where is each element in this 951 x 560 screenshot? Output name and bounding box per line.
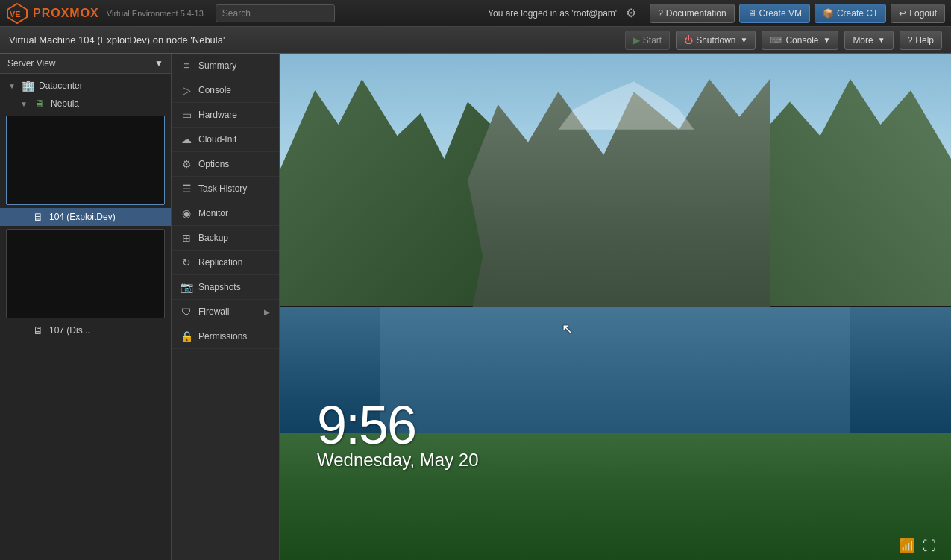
menu-item-summary[interactable]: ≡ Summary	[172, 54, 279, 78]
clock-time: 9:56	[317, 394, 479, 456]
terminal-icon: ⌨	[770, 35, 782, 45]
tree-expand-icon: ▼	[7, 82, 16, 90]
time-display: 9:56 Wednesday, May 20	[317, 394, 479, 471]
task-history-icon: ☰	[181, 183, 192, 195]
replication-icon: ↻	[181, 257, 192, 268]
search-input[interactable]	[216, 4, 335, 22]
landscape-background	[280, 54, 951, 560]
tree-item-vm-107[interactable]: 🖥 107 (Dis...	[0, 321, 171, 339]
windows-bottom-icons: 📶 ⛶	[899, 538, 936, 554]
sidebar: Server View ▼ ▼ 🏢 Datacenter ▼ 🖥 Nebula	[0, 54, 172, 560]
logout-button[interactable]: ↩ Logout	[891, 4, 945, 23]
tree-item-datacenter[interactable]: ▼ 🏢 Datacenter	[0, 77, 171, 95]
main-area: Server View ▼ ▼ 🏢 Datacenter ▼ 🖥 Nebula	[0, 54, 951, 560]
menu-item-task-history[interactable]: ☰ Task History	[172, 177, 279, 201]
network-icon[interactable]: 📶	[899, 538, 915, 554]
vm-107-thumb-display	[7, 230, 164, 318]
vm-107-icon: 🖥	[31, 324, 45, 336]
console-button[interactable]: ⌨ Console ▼	[762, 31, 838, 50]
shutdown-chevron: ▼	[741, 36, 748, 44]
mountains-far	[280, 79, 951, 333]
menu-item-replication[interactable]: ↻ Replication	[172, 251, 279, 275]
create-ct-button[interactable]: 📦 Create CT	[815, 4, 886, 23]
docs-icon: ?	[658, 8, 663, 19]
more-chevron: ▼	[878, 36, 885, 44]
middle-menu: ≡ Summary ▷ Console ▭ Hardware ☁ Cloud-I…	[172, 54, 280, 560]
menu-item-hardware[interactable]: ▭ Hardware	[172, 103, 279, 128]
start-button[interactable]: ▶ Start	[625, 31, 670, 50]
clock-date: Wednesday, May 20	[317, 450, 479, 471]
more-button[interactable]: More ▼	[844, 31, 893, 50]
firewall-icon: 🛡	[181, 306, 192, 318]
topbar-buttons: ? Documentation 🖥 Create VM 📦 Create CT …	[650, 4, 945, 23]
expand-icon[interactable]: ⛶	[923, 538, 936, 554]
menu-item-console[interactable]: ▷ Console	[172, 78, 279, 103]
vm-104-thumb	[6, 116, 165, 205]
menu-item-monitor[interactable]: ◉ Monitor	[172, 201, 279, 226]
proxmox-logo-icon: VE	[6, 2, 28, 25]
menu-item-firewall[interactable]: 🛡 Firewall ▶	[172, 300, 279, 324]
desktop-icon: 🖥	[747, 8, 756, 19]
monitor-icon: ◉	[181, 207, 192, 219]
logout-icon: ↩	[899, 8, 906, 19]
help-icon: ?	[908, 35, 913, 45]
tree-item-nebula[interactable]: ▼ 🖥 Nebula	[0, 95, 171, 113]
cloud-icon: ☁	[181, 133, 192, 145]
second-bar: Virtual Machine 104 (ExploitDev) on node…	[0, 27, 951, 54]
vm-icon: 🖥	[31, 211, 45, 223]
gear-icon[interactable]: ⚙	[626, 6, 636, 20]
snapshots-icon: 📷	[181, 281, 192, 293]
backup-icon: ⊞	[181, 232, 192, 244]
vm-107-thumb	[6, 229, 165, 318]
menu-item-snapshots[interactable]: 📷 Snapshots	[172, 275, 279, 300]
top-bar: VE PROXMOX Virtual Environment 5.4-13 Yo…	[0, 0, 951, 27]
nebula-expand-icon: ▼	[19, 100, 28, 108]
datacenter-icon: 🏢	[21, 80, 34, 92]
shutdown-button[interactable]: ⏻ Shutdown ▼	[676, 31, 756, 50]
mountains-right	[750, 79, 951, 307]
menu-item-permissions[interactable]: 🔒 Permissions	[172, 324, 279, 349]
options-icon: ⚙	[181, 158, 192, 170]
user-info-text: You are logged in as 'root@pam'	[488, 8, 617, 19]
console-menu-icon: ▷	[181, 84, 192, 96]
menu-item-backup[interactable]: ⊞ Backup	[172, 226, 279, 251]
hardware-icon: ▭	[181, 109, 192, 121]
menu-item-options[interactable]: ⚙ Options	[172, 152, 279, 177]
header-chevron: ▼	[154, 58, 163, 69]
app-version: Virtual Environment 5.4-13	[107, 9, 204, 18]
vm-title: Virtual Machine 104 (ExploitDev) on node…	[9, 34, 619, 45]
play-icon: ▶	[633, 35, 640, 45]
tree-item-vm-104[interactable]: 🖥 104 (ExploitDev)	[0, 208, 171, 226]
power-icon: ⏻	[684, 35, 693, 45]
menu-item-cloud-init[interactable]: ☁ Cloud-Init	[172, 128, 279, 152]
svg-text:VE: VE	[10, 10, 21, 19]
help-button[interactable]: ? Help	[900, 31, 942, 50]
vm-thumb-display	[7, 116, 164, 204]
tree-area: ▼ 🏢 Datacenter ▼ 🖥 Nebula 🖥 104 (Exploit…	[0, 74, 171, 560]
server-view-header[interactable]: Server View ▼	[0, 54, 171, 74]
server-icon: 🖥	[33, 98, 46, 110]
create-vm-button[interactable]: 🖥 Create VM	[739, 4, 810, 23]
summary-icon: ≡	[181, 60, 192, 72]
firewall-submenu-arrow: ▶	[264, 308, 270, 316]
app-name: PROXMOX	[33, 7, 99, 20]
permissions-icon: 🔒	[181, 330, 192, 342]
console-chevron: ▼	[823, 36, 830, 44]
app-logo: VE PROXMOX Virtual Environment 5.4-13	[6, 2, 204, 25]
documentation-button[interactable]: ? Documentation	[650, 4, 734, 23]
container-icon: 📦	[823, 8, 834, 19]
content-area: 9:56 Wednesday, May 20 📶 ⛶ ↖	[280, 54, 951, 560]
